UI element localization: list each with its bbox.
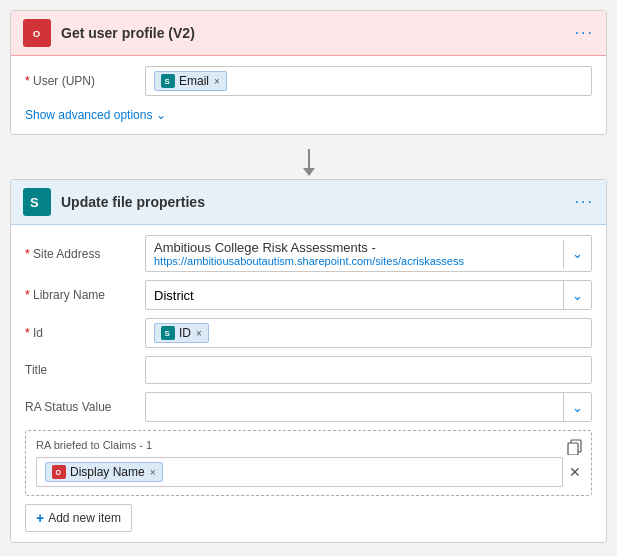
svg-text:O: O [33, 28, 41, 39]
top-card-more-button[interactable]: ··· [575, 24, 594, 42]
sharepoint-token-icon: S [161, 74, 175, 88]
office-icon: O [23, 19, 51, 47]
add-new-item-button[interactable]: + Add new item [25, 504, 132, 532]
title-input[interactable] [145, 356, 592, 384]
library-name-row: Library Name District ⌄ [25, 280, 592, 310]
user-upn-input[interactable]: S Email × [145, 66, 592, 96]
show-advanced-label: Show advanced options [25, 108, 152, 122]
chevron-down-icon: ⌄ [156, 108, 166, 122]
email-token-text: Email [179, 74, 209, 88]
display-name-token-close[interactable]: × [150, 467, 156, 478]
bottom-card-header: S Update file properties ··· [11, 180, 606, 225]
ra-briefed-input[interactable]: O Display Name × [36, 457, 563, 487]
plus-icon: + [36, 510, 44, 526]
title-label: Title [25, 363, 145, 377]
id-token-text: ID [179, 326, 191, 340]
svg-text:S: S [30, 195, 39, 210]
show-advanced-options[interactable]: Show advanced options ⌄ [25, 104, 166, 124]
site-address-chevron[interactable]: ⌄ [563, 240, 591, 268]
sharepoint-card-icon: S [23, 188, 51, 216]
email-token-close[interactable]: × [214, 76, 220, 87]
update-file-properties-card: S Update file properties ··· Site Addres… [10, 179, 607, 543]
arrow-down-line [308, 149, 310, 169]
add-new-item-label: Add new item [48, 511, 121, 525]
bottom-card-title: Update file properties [61, 194, 575, 210]
library-name-label: Library Name [25, 288, 145, 302]
title-row: Title [25, 356, 592, 384]
svg-text:S: S [165, 329, 171, 338]
ra-briefed-section: RA briefed to Claims - 1 O Display Name … [25, 430, 592, 496]
ra-status-row: RA Status Value ⌄ [25, 392, 592, 422]
site-address-line1: Ambitious College Risk Assessments - [154, 240, 555, 255]
ra-status-input[interactable]: ⌄ [145, 392, 592, 422]
site-address-value: Ambitious College Risk Assessments - htt… [146, 236, 563, 271]
library-name-value: District [146, 284, 563, 307]
svg-text:O: O [56, 469, 62, 476]
ra-status-value [146, 403, 563, 411]
top-card-title: Get user profile (V2) [61, 25, 575, 41]
user-upn-row: User (UPN) S Email × [25, 66, 592, 96]
ra-briefed-content: O Display Name × ✕ [36, 457, 581, 487]
id-token: S ID × [154, 323, 209, 343]
display-name-token: O Display Name × [45, 462, 163, 482]
get-user-profile-card: O Get user profile (V2) ··· User (UPN) S… [10, 10, 607, 135]
top-card-body: User (UPN) S Email × Show advanced optio… [11, 56, 606, 134]
site-address-row: Site Address Ambitious College Risk Asse… [25, 235, 592, 272]
ra-briefed-clear-button[interactable]: ✕ [569, 464, 581, 480]
display-name-token-text: Display Name [70, 465, 145, 479]
library-name-input[interactable]: District ⌄ [145, 280, 592, 310]
arrow-connector [10, 139, 607, 179]
ra-status-label: RA Status Value [25, 400, 145, 414]
id-row: Id S ID × [25, 318, 592, 348]
display-name-token-icon: O [52, 465, 66, 479]
bottom-card-more-button[interactable]: ··· [575, 193, 594, 211]
user-upn-label: User (UPN) [25, 74, 145, 88]
id-label: Id [25, 326, 145, 340]
bottom-card-body: Site Address Ambitious College Risk Asse… [11, 225, 606, 542]
email-token: S Email × [154, 71, 227, 91]
top-card-header: O Get user profile (V2) ··· [11, 11, 606, 56]
id-token-close[interactable]: × [196, 328, 202, 339]
copy-icon[interactable] [567, 439, 583, 458]
svg-text:S: S [165, 77, 171, 86]
site-address-url: https://ambitiousaboutautism.sharepoint.… [154, 255, 555, 267]
library-name-chevron[interactable]: ⌄ [563, 281, 591, 309]
site-address-input[interactable]: Ambitious College Risk Assessments - htt… [145, 235, 592, 272]
svg-rect-11 [568, 443, 578, 455]
ra-status-chevron[interactable]: ⌄ [563, 393, 591, 421]
id-token-icon: S [161, 326, 175, 340]
id-input[interactable]: S ID × [145, 318, 592, 348]
site-address-label: Site Address [25, 247, 145, 261]
ra-briefed-label: RA briefed to Claims - 1 [36, 439, 581, 451]
